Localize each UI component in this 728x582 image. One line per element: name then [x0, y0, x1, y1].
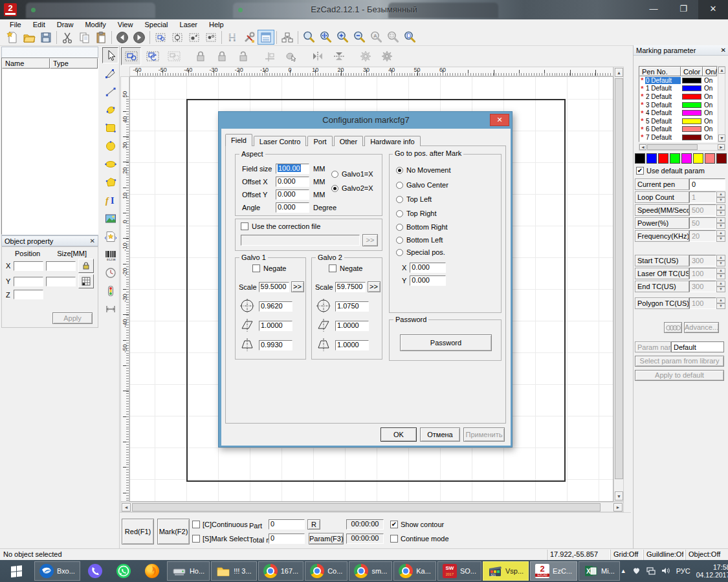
marking-panel-close-icon[interactable]: ✕ — [721, 47, 726, 54]
scale-transform-icon[interactable] — [164, 47, 184, 65]
param-spinner[interactable]: ▲▼ — [716, 255, 725, 266]
goto-option-radio[interactable]: Galvo Center — [396, 181, 448, 189]
pen-color-swatch[interactable] — [682, 126, 701, 132]
clock[interactable]: 17:58 04.12.2017 — [696, 563, 728, 579]
galvo2-scale-browse-button[interactable]: >> — [368, 281, 381, 292]
pen-color-swatch[interactable] — [682, 78, 701, 83]
goto-option-radio[interactable]: Bottom Left — [396, 236, 443, 244]
effect-1-icon[interactable] — [355, 47, 375, 65]
taskbar-item-excel[interactable]: X Mi... — [579, 561, 620, 581]
menu-item[interactable]: Edit — [27, 21, 51, 28]
scroll-up-arrow[interactable]: ▲ — [615, 68, 623, 77]
taskbar-item-viber[interactable] — [82, 561, 109, 581]
tab-laser-control[interactable]: Laser Contro — [254, 136, 307, 146]
lock-z-icon[interactable] — [233, 47, 253, 65]
galvo2x-radio-circle[interactable] — [331, 185, 338, 192]
pen-color-swatch[interactable] — [682, 94, 701, 100]
advance-button[interactable]: Advance... — [684, 322, 719, 333]
param-spinner[interactable]: ▲▼ — [716, 281, 725, 292]
galvo2-trapezoid-input[interactable]: 1.0000 — [335, 340, 369, 350]
node-edit-a-icon[interactable] — [152, 30, 169, 45]
param-f3-button[interactable]: Param(F3) — [309, 533, 344, 544]
pen-row[interactable]: * 3 Default On — [639, 101, 717, 109]
object-property-close-icon[interactable]: ✕ — [90, 237, 95, 244]
param-value-input[interactable]: 50 — [689, 217, 716, 229]
password-button[interactable]: Password — [400, 334, 492, 351]
goto-option-radio[interactable]: No Movement — [396, 166, 450, 174]
angle-input[interactable]: 0.000 — [276, 202, 309, 213]
node-edit-tool-icon[interactable] — [102, 65, 118, 81]
taskbar-item-folder[interactable]: !!! 3... — [211, 561, 257, 581]
param-value-input[interactable]: 100 — [689, 297, 716, 309]
special-x-input[interactable]: 0.000 — [410, 263, 446, 273]
pen-color-swatch[interactable] — [682, 85, 701, 91]
node-edit-b-icon[interactable] — [169, 30, 186, 45]
continuous-checkbox[interactable]: [C]Continuous — [192, 521, 248, 528]
color-column-header[interactable]: Color — [681, 67, 703, 76]
zoom-all-icon[interactable]: A — [368, 30, 384, 45]
red-f1-button[interactable]: Red(F1) — [122, 519, 154, 544]
param-value-input[interactable]: 20 — [689, 230, 716, 242]
total-count-input[interactable]: 0 — [269, 534, 305, 544]
pen-no-column-header[interactable]: Pen No. — [639, 67, 681, 76]
select-tool-icon[interactable] — [102, 47, 118, 63]
param-spinner[interactable]: ▲▼ — [716, 204, 725, 216]
taskbar-item-chrome-1[interactable]: 167... — [258, 561, 304, 581]
palette-swatch[interactable] — [635, 153, 645, 164]
pen-row[interactable]: * 6 Default On — [639, 125, 717, 134]
lock-x-icon[interactable] — [190, 47, 210, 65]
taskbar-item-explorer[interactable]: Но... — [167, 561, 210, 581]
param-value-input[interactable]: 300 — [689, 255, 716, 266]
rotate-transform-icon[interactable] — [142, 47, 162, 65]
goto-option-radio[interactable]: Bottom Right — [396, 223, 448, 231]
palette-swatch[interactable] — [658, 153, 668, 164]
node-edit-d-icon[interactable] — [203, 30, 219, 45]
menu-item[interactable]: Modify — [79, 21, 111, 28]
polygon-tool-icon[interactable] — [102, 174, 118, 190]
group-icon[interactable] — [279, 30, 296, 45]
select-param-from-library-button[interactable]: Select param from library — [635, 356, 724, 367]
pen-scroll-down-arrow[interactable]: ▼ — [718, 135, 725, 142]
palette-swatch[interactable] — [716, 153, 727, 164]
back-icon[interactable] — [114, 30, 131, 45]
pen-row[interactable]: * 2 Default On — [639, 92, 717, 101]
correction-checkbox-box[interactable] — [241, 222, 248, 230]
show-contour-checkbox[interactable]: ✔Show contour — [390, 521, 444, 528]
tray-network-icon[interactable] — [646, 566, 656, 576]
param-spinner[interactable]: ▲▼ — [716, 268, 725, 279]
position-x-field[interactable] — [14, 261, 43, 271]
save-icon[interactable] — [38, 30, 54, 45]
forward-icon[interactable] — [131, 30, 148, 45]
galvo1x-radio-circle[interactable] — [331, 171, 338, 178]
object-list-column-header[interactable]: Name — [2, 58, 50, 69]
param-value-input[interactable]: 500 — [689, 204, 716, 216]
taskbar-item-ezcad[interactable]: 2EZCAD EzC... — [530, 561, 577, 581]
vertical-scroll-thumb[interactable] — [615, 78, 623, 479]
zoom-page-icon[interactable] — [401, 30, 418, 45]
palette-swatch[interactable] — [681, 153, 692, 164]
tab-hardware-info[interactable]: Hardware info — [364, 136, 420, 146]
pen-scroll-right-arrow[interactable]: ► — [718, 144, 725, 150]
param-value-input[interactable]: 1 — [689, 191, 716, 203]
galvo2-negate-checkbox[interactable]: Negate — [329, 264, 362, 272]
system-tools-icon[interactable] — [241, 30, 258, 45]
goto-option-radio[interactable]: Special pos. — [396, 248, 445, 256]
start-button[interactable] — [0, 560, 34, 582]
menu-item[interactable]: Draw — [51, 21, 80, 28]
position-y-field[interactable] — [14, 277, 43, 286]
copy-icon[interactable] — [76, 30, 93, 45]
hatch-icon[interactable]: H — [224, 30, 241, 45]
taskbar-item-vsplayer[interactable]: 321 Vsp... — [483, 561, 529, 581]
galvo1-trapezoid-input[interactable]: 0.9930 — [259, 340, 292, 350]
cancel-button[interactable]: Отмена — [420, 427, 460, 442]
pen-row[interactable]: * 0 Default On — [639, 76, 717, 85]
size-y-field[interactable] — [46, 277, 76, 286]
snap-icon[interactable] — [259, 47, 280, 65]
use-correction-file-checkbox[interactable]: Use the correction file — [241, 222, 320, 230]
cut-icon[interactable] — [59, 30, 76, 45]
taskbar-item-chrome-4[interactable]: Ka... — [393, 561, 436, 581]
taskbar-item-solidworks[interactable]: SW2017 SO... — [437, 561, 481, 581]
zoom-pan-icon[interactable] — [317, 30, 334, 45]
continue-mode-checkbox[interactable]: Continue mode — [390, 535, 449, 543]
pen-color-swatch[interactable] — [682, 118, 701, 124]
